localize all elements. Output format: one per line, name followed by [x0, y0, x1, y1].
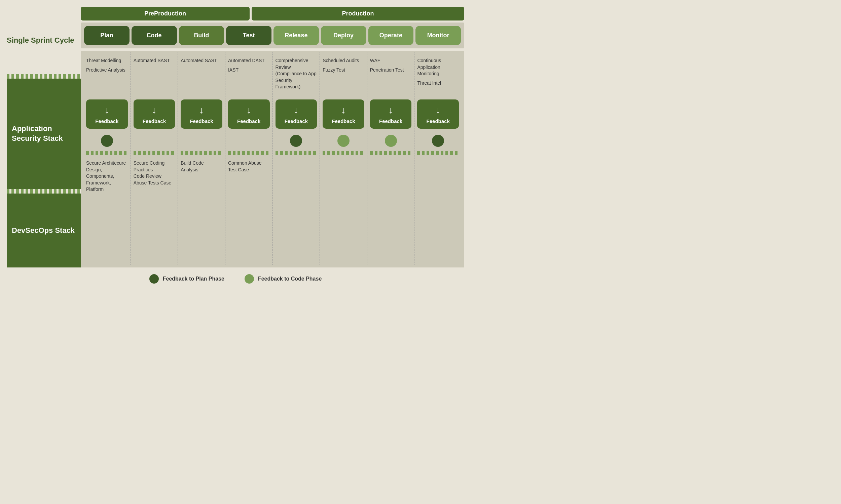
legend-item-code: Feedback to Code Phase — [244, 274, 322, 284]
feedback-label: Feedback — [427, 118, 450, 124]
section-divider — [228, 151, 270, 155]
stack-item: Threat Modelling — [86, 57, 128, 64]
arrow-down-icon: ↓ — [152, 105, 156, 115]
stack-items-deploy: Scheduled AuditsFuzzy Test — [323, 52, 364, 100]
devsecops-area-operate — [370, 155, 412, 222]
stack-item: Predictive Analysis — [86, 67, 128, 74]
dot-row-plan — [86, 132, 128, 151]
stack-item: IAST — [228, 67, 270, 74]
column-release: Comprehensive Review (Compliance to App … — [273, 52, 320, 265]
devsecops-item: Common Abuse Test Case — [228, 160, 270, 173]
dot-row-deploy — [323, 132, 364, 151]
stack-item: Comprehensive Review (Compliance to App … — [275, 57, 317, 90]
arrow-down-icon: ↓ — [105, 105, 109, 115]
feedback-box-code: ↓Feedback — [134, 100, 175, 129]
feedback-box-test: ↓Feedback — [228, 100, 270, 129]
dot-row-monitor — [417, 132, 459, 151]
all-columns: Threat ModellingPredictive Analysis↓Feed… — [81, 51, 464, 268]
stage-btn-operate[interactable]: Operate — [368, 26, 414, 45]
arrow-down-icon: ↓ — [246, 105, 251, 115]
stage-btn-code[interactable]: Code — [132, 26, 177, 45]
column-deploy: Scheduled AuditsFuzzy Test↓Feedback — [320, 52, 367, 265]
devsecops-area-plan: Secure Architecure Design, Components, F… — [86, 155, 128, 222]
column-test: Automated DASTIAST↓FeedbackCommon Abuse … — [225, 52, 273, 265]
stack-item: Continuous Application Monitoring — [417, 57, 459, 77]
legend: Feedback to Plan Phase Feedback to Code … — [0, 268, 471, 289]
feedback-box-plan: ↓Feedback — [86, 100, 128, 129]
legend-label-plan: Feedback to Plan Phase — [163, 276, 224, 282]
section-divider — [323, 151, 364, 155]
devsecops-area-release — [275, 155, 317, 222]
sidebar-divider-2 — [7, 189, 81, 194]
feedback-dot-monitor — [432, 135, 444, 147]
stage-btn-test[interactable]: Test — [226, 26, 272, 45]
sidebar-divider-1 — [7, 74, 81, 79]
stack-item: Automated SAST — [134, 57, 175, 64]
feedback-label: Feedback — [379, 118, 402, 124]
stack-item: Automated DAST — [228, 57, 270, 64]
legend-dot-medium — [244, 274, 254, 284]
stack-item: Automated SAST — [181, 57, 222, 64]
dot-row-operate — [370, 132, 412, 151]
section-divider — [181, 151, 222, 155]
legend-item-plan: Feedback to Plan Phase — [149, 274, 224, 284]
stack-items-plan: Threat ModellingPredictive Analysis — [86, 52, 128, 100]
stack-item: Scheduled Audits — [323, 57, 364, 64]
feedback-box-operate: ↓Feedback — [370, 100, 412, 129]
stack-item: WAF — [370, 57, 412, 64]
feedback-label: Feedback — [143, 118, 166, 124]
app-security-label: Application Security Stack — [7, 79, 81, 189]
column-build: Automated SAST↓FeedbackBuild Code Analys… — [178, 52, 225, 265]
stack-items-monitor: Continuous Application MonitoringThreat … — [417, 52, 459, 100]
devsecops-area-monitor — [417, 155, 459, 222]
stage-btn-plan[interactable]: Plan — [84, 26, 130, 45]
devsecops-item: Code Review Abuse Tests Case — [134, 173, 175, 186]
phase-header-row: PreProduction Production — [81, 7, 464, 20]
feedback-label: Feedback — [95, 118, 118, 124]
stack-items-operate: WAFPenetration Test — [370, 52, 412, 100]
stack-items-release: Comprehensive Review (Compliance to App … — [275, 52, 317, 100]
arrow-down-icon: ↓ — [436, 105, 440, 115]
sprint-section: Single Sprint Cycle — [7, 7, 81, 74]
devsecops-area-test: Common Abuse Test Case — [228, 155, 270, 222]
devsecops-label: DevSecOps Stack — [7, 194, 81, 268]
column-plan: Threat ModellingPredictive Analysis↓Feed… — [83, 52, 131, 265]
feedback-label: Feedback — [332, 118, 355, 124]
section-divider — [86, 151, 128, 155]
sprint-label: Single Sprint Cycle — [7, 36, 81, 45]
feedback-box-deploy: ↓Feedback — [323, 100, 364, 129]
section-divider — [370, 151, 412, 155]
stage-btn-build[interactable]: Build — [179, 26, 224, 45]
feedback-dot-release — [290, 135, 302, 147]
feedback-dot-plan — [101, 135, 113, 147]
feedback-dot-operate — [385, 135, 397, 147]
stack-items-test: Automated DASTIAST — [228, 52, 270, 100]
feedback-label: Feedback — [285, 118, 308, 124]
section-divider — [134, 151, 175, 155]
stack-item: Fuzzy Test — [323, 67, 364, 74]
devsecops-area-build: Build Code Analysis — [181, 155, 222, 222]
stage-btn-release[interactable]: Release — [274, 26, 319, 45]
feedback-box-release: ↓Feedback — [275, 100, 317, 129]
arrow-down-icon: ↓ — [294, 105, 298, 115]
production-header: Production — [252, 7, 464, 20]
arrow-down-icon: ↓ — [389, 105, 393, 115]
stage-row: PlanCodeBuildTestReleaseDeployOperateMon… — [81, 22, 464, 48]
devsecops-area-code: Secure Coding PracticesCode Review Abuse… — [134, 155, 175, 222]
stage-btn-monitor[interactable]: Monitor — [415, 26, 461, 45]
main-container: Single Sprint Cycle Application Security… — [0, 0, 471, 268]
arrow-down-icon: ↓ — [199, 105, 204, 115]
feedback-label: Feedback — [237, 118, 260, 124]
feedback-box-build: ↓Feedback — [181, 100, 222, 129]
feedback-label: Feedback — [190, 118, 213, 124]
content-area: PreProduction Production PlanCodeBuildTe… — [81, 7, 464, 268]
column-monitor: Continuous Application MonitoringThreat … — [414, 52, 462, 265]
devsecops-item: Secure Coding Practices — [134, 160, 175, 173]
section-divider — [275, 151, 317, 155]
stage-btn-deploy[interactable]: Deploy — [321, 26, 366, 45]
feedback-box-monitor: ↓Feedback — [417, 100, 459, 129]
sidebar: Single Sprint Cycle Application Security… — [7, 7, 81, 268]
arrow-down-icon: ↓ — [341, 105, 346, 115]
feedback-dot-deploy — [338, 135, 349, 147]
legend-dot-dark — [149, 274, 159, 284]
